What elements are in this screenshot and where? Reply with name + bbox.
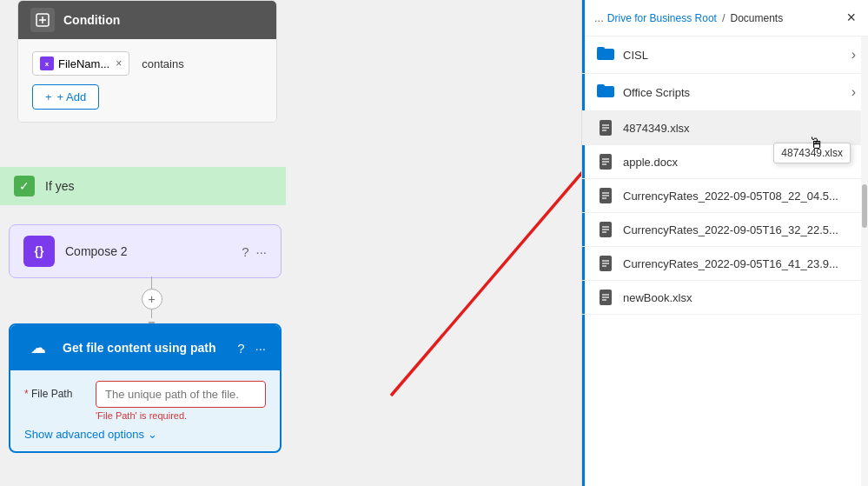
list-item[interactable]: CISL › xyxy=(582,37,868,74)
file-list: CISL › Office Scripts › 4874349.xlsx 487… xyxy=(582,37,868,486)
compose-icon: {} xyxy=(23,236,55,267)
svg-rect-8 xyxy=(597,84,605,88)
file-tooltip: 4874349.xlsx xyxy=(773,143,851,163)
breadcrumb-drive[interactable]: Drive for Business Root xyxy=(607,12,717,24)
file-name: newBook.xlsx xyxy=(623,291,856,304)
breadcrumb-ellipsis: ... xyxy=(594,11,604,24)
folder-icon xyxy=(597,83,614,102)
folder-chevron-icon: › xyxy=(851,47,856,63)
list-item[interactable]: 4874349.xlsx 4874349.xlsx xyxy=(582,111,868,145)
filename-chip[interactable]: x FileNam... × xyxy=(32,51,129,76)
get-file-menu-button[interactable]: ··· xyxy=(255,341,266,356)
list-item[interactable]: CurrencyRates_2022-09-05T16_32_22.5... xyxy=(582,213,868,247)
doc-icon xyxy=(597,256,614,271)
svg-line-4 xyxy=(391,152,581,396)
show-advanced-label: Show advanced options xyxy=(24,428,144,441)
add-button[interactable]: + + Add xyxy=(32,84,99,110)
picker-close-button[interactable]: × xyxy=(846,9,856,27)
get-file-icon: ☁ xyxy=(24,334,52,362)
svg-rect-6 xyxy=(597,47,605,50)
field-input-wrapper: 'File Path' is required. xyxy=(96,381,266,421)
flow-area: Condition x FileNam... × contains + + Ad… xyxy=(0,0,581,486)
list-item[interactable]: CurrencyRates_2022-09-05T08_22_04.5... xyxy=(582,179,868,213)
file-name: 4874349.xlsx xyxy=(623,122,856,135)
folder-name: Office Scripts xyxy=(623,86,843,99)
file-name: CurrencyRates_2022-09-05T16_32_22.5... xyxy=(623,223,856,236)
if-yes-bar: ✓ If yes xyxy=(0,167,286,205)
field-error: 'File Path' is required. xyxy=(96,410,266,421)
breadcrumb-sep: / xyxy=(720,11,727,24)
condition-title: Condition xyxy=(63,13,120,27)
field-label: * File Path xyxy=(24,381,85,400)
file-picker-panel: ... Drive for Business Root / Documents … xyxy=(581,0,868,486)
yes-badge: ✓ xyxy=(14,176,35,196)
folder-chevron-icon: › xyxy=(851,84,856,100)
file-path-input[interactable] xyxy=(96,381,266,408)
doc-icon xyxy=(597,290,614,305)
doc-icon xyxy=(597,154,614,170)
chip-icon: x xyxy=(40,57,54,70)
folder-name: CISL xyxy=(623,49,843,62)
compose-help-button[interactable]: ? xyxy=(242,244,248,259)
doc-icon xyxy=(597,222,614,237)
file-name: CurrencyRates_2022-09-05T08_22_04.5... xyxy=(623,190,856,203)
condition-header: Condition xyxy=(18,1,276,39)
doc-icon xyxy=(597,188,614,203)
chevron-down-icon: ⌄ xyxy=(148,428,157,441)
contains-label: contains xyxy=(136,57,189,70)
if-yes-label: If yes xyxy=(45,179,74,193)
compose-title: Compose 2 xyxy=(65,244,231,258)
add-row: + + Add xyxy=(32,84,262,110)
scrollbar-track[interactable] xyxy=(861,37,868,486)
file-name: CurrencyRates_2022-09-05T16_41_23.9... xyxy=(623,257,856,270)
compose-menu-button[interactable]: ··· xyxy=(255,244,267,259)
list-item[interactable]: Office Scripts › xyxy=(582,74,868,111)
breadcrumb-current: Documents xyxy=(731,12,784,24)
condition-header-icon xyxy=(30,8,55,32)
condition-block: Condition x FileNam... × contains + + Ad… xyxy=(17,0,277,123)
connector: + ▼ xyxy=(142,276,162,330)
file-picker-header: ... Drive for Business Root / Documents … xyxy=(582,0,868,37)
list-item[interactable]: CurrencyRates_2022-09-05T16_41_23.9... xyxy=(582,247,868,281)
doc-icon xyxy=(597,120,614,136)
get-file-title: Get file content using path xyxy=(63,341,227,355)
get-file-block: ☁ Get file content using path ? ··· * Fi… xyxy=(9,323,282,453)
scrollbar-thumb[interactable] xyxy=(862,184,867,228)
list-item[interactable]: newBook.xlsx xyxy=(582,281,868,315)
get-file-header: ☁ Get file content using path ? ··· xyxy=(10,325,280,370)
chip-label: FileNam... xyxy=(58,57,109,70)
compose-block: {} Compose 2 ? ··· xyxy=(9,224,282,278)
chip-close-icon[interactable]: × xyxy=(116,57,122,70)
get-file-body: * File Path 'File Path' is required. Sho… xyxy=(10,370,280,451)
condition-row: x FileNam... × contains xyxy=(32,51,262,76)
show-advanced-button[interactable]: Show advanced options ⌄ xyxy=(24,428,157,441)
add-icon: + xyxy=(45,90,52,103)
condition-content: x FileNam... × contains + + Add xyxy=(18,39,276,122)
get-file-help-button[interactable]: ? xyxy=(237,341,244,356)
field-row: * File Path 'File Path' is required. xyxy=(24,381,266,421)
plus-connector[interactable]: + xyxy=(142,289,162,310)
folder-icon xyxy=(597,45,614,64)
add-label: + Add xyxy=(57,90,87,103)
